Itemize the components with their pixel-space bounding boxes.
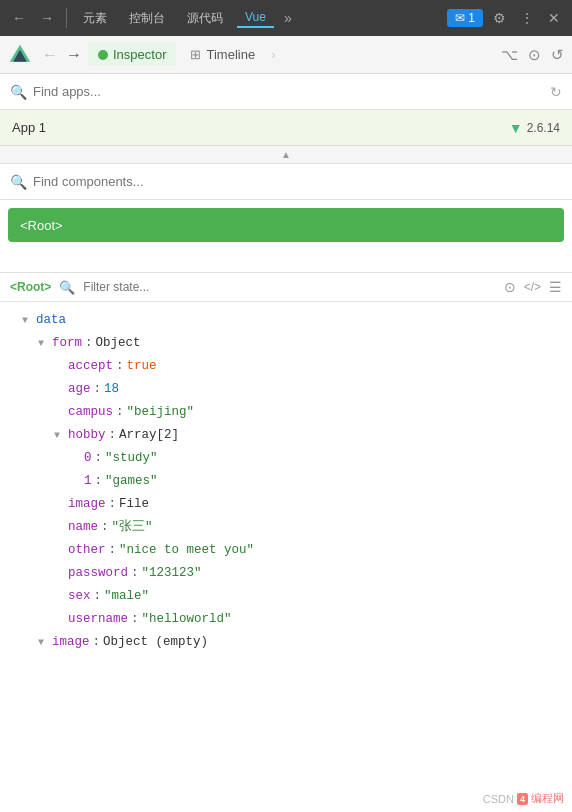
code-view-icon[interactable]: </> [524,280,541,294]
tree-value: 18 [104,379,119,399]
tree-value: Object (empty) [103,632,208,652]
find-components-input[interactable] [33,174,562,189]
camera-icon[interactable]: ⊙ [504,279,516,295]
watermark-site: 编程网 [531,791,564,806]
expand-hobby-icon[interactable]: ▼ [54,428,64,444]
watermark-logo: 4 [517,793,528,805]
expand-image-icon[interactable]: ▼ [38,635,48,651]
state-panel: <Root> 🔍 ⊙ </> ☰ ▼ data ▼ form : Object … [0,272,572,734]
tree-row[interactable]: ▼ hobby : Array[2] [0,423,572,446]
tree-row[interactable]: 0 : "study" [0,446,572,469]
tree-key: image [68,494,106,514]
collapse-row[interactable]: ▲ [0,146,572,164]
tree-value: "123123" [142,563,202,583]
tree-key: 1 [84,471,92,491]
tree-value: "nice to meet you" [119,540,254,560]
devtools-tabbar: ← → Inspector ⊞ Timeline › ⌥ ⊙ ↺ [0,36,572,74]
close-icon[interactable]: ✕ [544,8,564,28]
spacer [0,250,572,264]
more-options-icon[interactable]: ⋮ [516,8,538,28]
refresh-apps-icon[interactable]: ↻ [550,84,562,100]
browser-toolbar: ← → 元素 控制台 源代码 Vue » ✉ 1 ⚙ ⋮ ✕ [0,0,572,36]
version-text: 2.6.14 [527,121,560,135]
timeline-tab[interactable]: ⊞ Timeline [180,43,265,66]
tree-row[interactable]: 1 : "games" [0,469,572,492]
node-icon[interactable]: ⌥ [501,46,518,64]
app-item[interactable]: App 1 ▼ 2.6.14 [0,110,572,146]
separator [66,8,67,28]
back-nav-icon[interactable]: ← [40,46,60,64]
tree-key: 0 [84,448,92,468]
tree-key: accept [68,356,113,376]
tree-key: hobby [68,425,106,445]
notification-tab[interactable]: ✉ 1 [447,9,483,27]
sources-tab[interactable]: 源代码 [179,8,231,29]
find-components-bar: 🔍 [0,164,572,200]
tree-row[interactable]: image : File [0,492,572,515]
tree-key: password [68,563,128,583]
target-icon[interactable]: ⊙ [528,46,541,64]
tree-key: age [68,379,91,399]
tree-row[interactable]: other : "nice to meet you" [0,538,572,561]
tree-key: image [52,632,90,652]
forward-icon[interactable]: → [36,8,58,28]
tree-key: username [68,609,128,629]
root-tag-label: <Root> [10,280,51,294]
refresh-icon[interactable]: ↺ [551,46,564,64]
tree-row[interactable]: ▼ data [0,308,572,331]
forward-nav-icon[interactable]: → [64,46,84,64]
inspector-tab[interactable]: Inspector [88,43,176,66]
elements-tab[interactable]: 元素 [75,8,115,29]
root-component-item[interactable]: <Root> [8,208,564,242]
tree-key: sex [68,586,91,606]
state-header: <Root> 🔍 ⊙ </> ☰ [0,273,572,302]
tree-value: "male" [104,586,149,606]
tree-row[interactable]: password : "123123" [0,561,572,584]
console-tab[interactable]: 控制台 [121,8,173,29]
vue-logo [8,43,32,67]
timeline-label: Timeline [206,47,255,62]
filter-state-input[interactable] [83,280,495,294]
settings-icon[interactable]: ⚙ [489,8,510,28]
tree-value: File [119,494,149,514]
vue-tab[interactable]: Vue [237,8,274,28]
filter-search-icon: 🔍 [59,280,75,295]
tree-row[interactable]: accept : true [0,354,572,377]
search-apps-icon: 🔍 [10,84,27,100]
tree-value: Object [96,333,141,353]
tree-key: campus [68,402,113,422]
expand-data-icon[interactable]: ▼ [22,313,32,329]
tab-count: 1 [468,11,475,25]
tree-key: data [36,310,66,330]
tree-row[interactable]: campus : "beijing" [0,400,572,423]
tree-row[interactable]: age : 18 [0,377,572,400]
tree-value: "张三" [112,517,153,537]
tree-value: true [127,356,157,376]
tree-value: "helloworld" [142,609,232,629]
tree-row[interactable]: sex : "male" [0,584,572,607]
tree-value: "beijing" [127,402,195,422]
app-name: App 1 [12,120,46,135]
tree-value: "games" [105,471,158,491]
tree-row[interactable]: ▼ form : Object [0,331,572,354]
find-apps-input[interactable] [33,84,544,99]
list-view-icon[interactable]: ☰ [549,279,562,295]
watermark: CSDN 4 编程网 [483,791,564,806]
collapse-arrow-icon: ▲ [281,149,291,160]
more-tabs-icon[interactable]: » [280,8,296,28]
data-tree: ▼ data ▼ form : Object accept : true age… [0,302,572,734]
state-actions: ⊙ </> ☰ [504,279,562,295]
search-components-icon: 🔍 [10,174,27,190]
tree-row[interactable]: ▼ image : Object (empty) [0,630,572,653]
back-icon[interactable]: ← [8,8,30,28]
tree-row[interactable]: username : "helloworld" [0,607,572,630]
tree-value: "study" [105,448,158,468]
tree-row[interactable]: name : "张三" [0,515,572,538]
expand-form-icon[interactable]: ▼ [38,336,48,352]
tree-value: Array[2] [119,425,179,445]
active-dot [98,50,108,60]
vue-v-icon: ▼ [509,120,523,136]
message-icon: ✉ [455,11,465,25]
timeline-grid-icon: ⊞ [190,47,201,62]
find-apps-bar: 🔍 ↻ [0,74,572,110]
